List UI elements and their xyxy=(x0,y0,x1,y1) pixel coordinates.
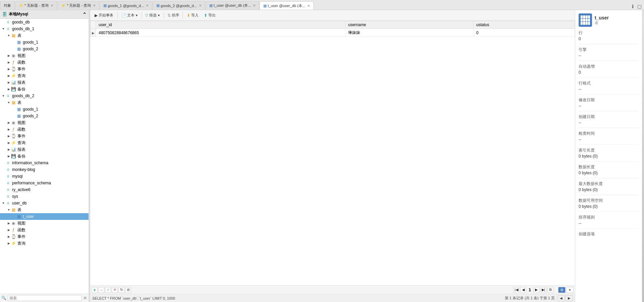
grid-cell-5 xyxy=(581,19,583,22)
tree-item-goods_db_1_goods_2[interactable]: ▦goods_2 xyxy=(0,46,89,52)
tab-close-tab3[interactable]: ✕ xyxy=(93,4,96,7)
tree-item-sys[interactable]: ≡sys xyxy=(0,193,89,200)
tree-item-goods_db_2_views[interactable]: ▶◉视图 xyxy=(0,119,89,126)
clear-button[interactable]: ⊘ xyxy=(125,287,131,293)
tree-item-goods_db_1_backups[interactable]: ▶💾备份 xyxy=(0,86,89,93)
sidebar-collapse-icon[interactable]: ⌃ xyxy=(83,12,87,17)
info-created-date-label: 创建日期 xyxy=(579,114,639,120)
info-divider-3 xyxy=(579,77,639,78)
data-table: user_id username ustatus ▶48075082884867… xyxy=(90,21,575,37)
tree-arrow-collapsed: ▶ xyxy=(7,141,11,145)
grid-cell-11 xyxy=(586,22,588,25)
tab-close-tab7[interactable]: ✕ xyxy=(307,4,310,8)
tree-item-goods_db_1_tables[interactable]: ▼▦表 xyxy=(0,32,89,39)
delete-row-button[interactable]: − xyxy=(98,287,104,293)
info-button[interactable]: ℹ xyxy=(629,3,636,10)
tree-item-ry_active6[interactable]: ≡ry_active6 xyxy=(0,186,89,193)
tree-item-goods_db_2_funcs[interactable]: ▶ƒ函数 xyxy=(0,126,89,133)
col-header-user-id[interactable]: user_id xyxy=(96,21,345,29)
search-input[interactable] xyxy=(8,295,82,301)
tree-arrow-placeholder xyxy=(12,40,16,44)
tree-item-goods_db_2_events[interactable]: ▶⌚事件 xyxy=(0,133,89,139)
next-page-button[interactable]: ▶ xyxy=(533,287,539,293)
tree-item-goods_db_2_tables[interactable]: ▼▦表 xyxy=(0,99,89,106)
info-index-length-value: 0 bytes (0) xyxy=(579,154,639,159)
cell-user-id[interactable]: 480750828848676865 xyxy=(96,29,345,37)
tree-item-user_db_tables[interactable]: ▼▦表 xyxy=(0,206,89,213)
tab-tab7[interactable]: ▦t_user @user_db (本...✕ xyxy=(260,1,313,10)
tree-item-user_db[interactable]: ▼≡user_db xyxy=(0,200,89,206)
tab-close-tab4[interactable]: ✕ xyxy=(146,4,149,7)
begin-transaction-button[interactable]: ▶ 开始事务 xyxy=(92,11,116,19)
right-panel-resize[interactable] xyxy=(642,10,644,302)
grid-view-button[interactable]: ⊞ xyxy=(558,287,566,293)
tab-close-tab6[interactable]: ✕ xyxy=(253,4,256,7)
tree-item-performance_schema[interactable]: ≡performance_schema xyxy=(0,180,89,186)
last-page-button[interactable]: ▶| xyxy=(540,287,546,293)
sort-button[interactable]: ⇅ 排序 xyxy=(166,11,181,19)
tree-item-goods_db_2_goods_2[interactable]: ▦goods_2 xyxy=(0,113,89,119)
tree-item-goods_db_1_queries[interactable]: ▶⚡查询 xyxy=(0,72,89,79)
tab-tab5[interactable]: ▦goods_2 @goods_d...✕ xyxy=(153,1,205,10)
tree-label: 视图 xyxy=(17,53,25,59)
tree-item-goods_db_1_funcs[interactable]: ▶ƒ函数 xyxy=(0,59,89,66)
tree-item-goods_db_1_goods_1[interactable]: ▦goods_1 xyxy=(0,39,89,46)
corner-btn-right[interactable]: ▶ xyxy=(566,295,573,301)
col-header-ustatus[interactable]: ustatus xyxy=(473,21,575,29)
tree-item-goods_db_1_events[interactable]: ▶⌚事件 xyxy=(0,66,89,72)
form-view-button[interactable]: ≡ xyxy=(566,287,574,293)
info-divider-7 xyxy=(579,144,639,145)
tab-label: 对象 xyxy=(4,3,11,8)
text-dropdown-button[interactable]: 📄 文本 ▼ xyxy=(119,11,140,19)
tree-item-monkey-blog[interactable]: ≡monkey-blog xyxy=(0,166,89,173)
tree-item-goods_db_2_queries[interactable]: ▶⚡查询 xyxy=(0,139,89,146)
tab-tab1[interactable]: 对象 xyxy=(0,1,15,10)
settings-page-button[interactable]: ⚙ xyxy=(547,287,553,293)
page-info: 第 1 条记录 (共 1 条) 于第 1 页 xyxy=(502,296,557,301)
tree-label: goods_db_2 xyxy=(12,94,34,98)
info-panel: t_user 表 行 0 引擎 -- 自动递增 0 行格式 -- 修改日期 -- xyxy=(575,10,642,302)
refresh-button[interactable]: ↻ xyxy=(118,287,124,293)
filter-button[interactable]: ▽ 筛选 ▼ xyxy=(144,11,162,19)
col-header-username[interactable]: username xyxy=(345,21,474,29)
tree-item-user_db_events[interactable]: ▶⌚事件 xyxy=(0,233,89,240)
tab-close-tab2[interactable]: ✕ xyxy=(51,4,53,7)
tree-item-goods_db[interactable]: ≡goods_db xyxy=(0,19,89,25)
tab-tab3[interactable]: ⚡* 无标题 - 查询✕ xyxy=(57,1,99,10)
tree-label: ry_active6 xyxy=(12,187,31,192)
tree-item-goods_db_1_views[interactable]: ▶◉视图 xyxy=(0,52,89,59)
tab-close-tab5[interactable]: ✕ xyxy=(199,4,202,7)
tree-item-goods_db_2[interactable]: ▼≡goods_db_2 xyxy=(0,93,89,99)
tree-item-goods_db_2_goods_1[interactable]: ▦goods_1 xyxy=(0,106,89,113)
maximize-button[interactable]: ▢ xyxy=(636,3,643,10)
tree-item-goods_db_1[interactable]: ▼≡goods_db_1 xyxy=(0,25,89,32)
tree-item-mysql[interactable]: ≡mysql xyxy=(0,173,89,180)
tree-item-user_db_funcs[interactable]: ▶ƒ函数 xyxy=(0,227,89,233)
first-page-button[interactable]: |◀ xyxy=(513,287,519,293)
tree-item-user_db_t_user[interactable]: ▦t_user xyxy=(0,213,89,220)
import-button[interactable]: ⬇ 导入 xyxy=(184,11,201,19)
tab-tab4[interactable]: ▦goods_1 @goods_d...✕ xyxy=(100,1,152,10)
tree-item-information_schema[interactable]: ≡information_schema xyxy=(0,160,89,166)
prev-page-button[interactable]: ◀ xyxy=(520,287,526,293)
tree-item-user_db_queries[interactable]: ▶⚡查询 xyxy=(0,240,89,247)
add-row-button[interactable]: + xyxy=(92,287,98,293)
tree-item-goods_db_2_backups[interactable]: ▶💾备份 xyxy=(0,153,89,160)
tree-item-goods_db_1_reports[interactable]: ▶📊报表 xyxy=(0,79,89,86)
tree-item-goods_db_2_reports[interactable]: ▶📊报表 xyxy=(0,146,89,153)
cell-ustatus[interactable]: 0 xyxy=(473,29,575,37)
tree-label: 表 xyxy=(17,33,21,39)
tree-label: sys xyxy=(12,194,18,199)
tree-icon-report: 📊 xyxy=(11,80,16,85)
export-button[interactable]: ⬆ 导出 xyxy=(202,11,218,19)
cell-username[interactable]: 琳妹妹 xyxy=(345,29,474,37)
tree-item-user_db_views[interactable]: ▶◉视图 xyxy=(0,220,89,227)
tick-button[interactable]: ✓ xyxy=(105,287,111,293)
discard-button[interactable]: ✕ xyxy=(112,287,118,293)
tree-label: 报表 xyxy=(17,147,25,153)
tab-tab2[interactable]: ⚡* 无标题 - 查询✕ xyxy=(15,1,57,10)
tab-tab6[interactable]: ▦t_user @user_db (本...✕ xyxy=(206,1,259,10)
table-row[interactable]: ▶480750828848676865琳妹妹0 xyxy=(91,29,575,37)
corner-btn-left[interactable]: ◀ xyxy=(557,295,565,301)
search-close-icon[interactable]: ✕ xyxy=(83,295,87,301)
